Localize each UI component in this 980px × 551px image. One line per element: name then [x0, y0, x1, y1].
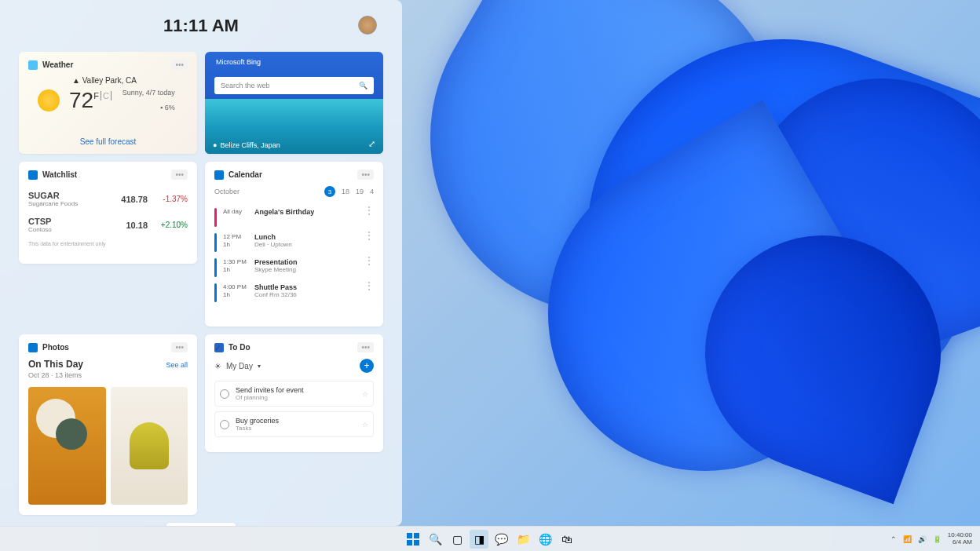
calendar-tabs[interactable]: October 318194: [214, 186, 374, 197]
stock-row[interactable]: CTSPContoso 10.18 +2.10%: [28, 212, 188, 238]
todo-icon: ✓: [214, 343, 224, 352]
more-icon[interactable]: ⋮: [364, 233, 374, 238]
weather-forecast-link[interactable]: See full forecast: [28, 137, 188, 146]
todo-list-name[interactable]: My Day: [226, 362, 253, 370]
search-icon[interactable]: 🔍: [359, 82, 368, 89]
more-icon[interactable]: •••: [357, 170, 374, 180]
todo-checkbox[interactable]: [220, 389, 229, 399]
panel-time: 11:11 AM: [163, 16, 239, 36]
more-icon[interactable]: •••: [357, 342, 374, 352]
svg-rect-2: [407, 540, 412, 546]
weather-icon: [28, 60, 38, 70]
start-button[interactable]: [404, 530, 422, 549]
stocks-icon: [28, 170, 38, 180]
weather-details: Sunny, 4/7 today ▪ 6%: [122, 88, 175, 112]
todo-checkbox[interactable]: [220, 420, 229, 429]
photo-thumbnail[interactable]: [111, 387, 188, 505]
todo-item[interactable]: Send invites for eventOf planning ☆: [214, 381, 374, 407]
photos-icon: [28, 343, 38, 352]
star-icon[interactable]: ☆: [362, 390, 368, 398]
watchlist-title: Watchlist: [42, 170, 77, 179]
edge-button[interactable]: 🌐: [536, 530, 554, 549]
expand-icon[interactable]: ⤢: [368, 139, 375, 149]
photos-see-all-link[interactable]: See all: [166, 361, 188, 369]
more-icon[interactable]: •••: [171, 342, 188, 352]
user-avatar[interactable]: [358, 16, 377, 35]
svg-rect-0: [407, 533, 412, 538]
calendar-event[interactable]: 1:30 PM1h PresentationSkype Meeting ⋮: [214, 255, 374, 280]
bing-title: Microsoft Bing: [216, 58, 261, 66]
svg-rect-3: [414, 540, 419, 546]
weather-title: Weather: [42, 60, 73, 69]
calendar-event[interactable]: 12 PM1h LunchDeli · Uptown ⋮: [214, 230, 374, 255]
system-clock[interactable]: 10:40:00 6/4 AM: [948, 532, 972, 546]
todo-list-icon: ☀: [214, 362, 221, 370]
calendar-event[interactable]: 4:00 PM1h Shuttle PassConf Rm 32/36 ⋮: [214, 280, 374, 305]
weather-location: ▲ Valley Park, CA: [72, 76, 188, 85]
explorer-button[interactable]: 📁: [514, 530, 532, 549]
volume-icon[interactable]: 🔊: [918, 535, 927, 543]
bing-widget[interactable]: Microsoft Bing Search the web 🔍 ● Belize…: [205, 52, 383, 154]
widgets-button[interactable]: ◨: [470, 530, 488, 549]
todo-widget[interactable]: ✓ To Do ••• ☀ My Day ▾ + Send invites fo…: [205, 334, 383, 452]
photos-sub: Oct 28 · 13 items: [28, 371, 83, 379]
photos-widget[interactable]: Photos ••• On This Day Oct 28 · 13 items…: [19, 334, 197, 515]
task-view-button[interactable]: ▢: [448, 530, 466, 549]
search-button[interactable]: 🔍: [426, 530, 444, 549]
sun-icon: [38, 89, 60, 111]
chevron-up-icon[interactable]: ⌃: [890, 535, 897, 543]
todo-add-button[interactable]: +: [360, 359, 374, 373]
more-icon[interactable]: •••: [171, 170, 188, 180]
more-icon[interactable]: ⋮: [364, 258, 374, 263]
watchlist-widget[interactable]: Watchlist ••• SUGARSugarcane Foods 418.7…: [19, 162, 197, 264]
widgets-panel: 11:11 AM Weather ••• ▲ Valley Park, CA 7…: [0, 0, 402, 526]
stock-row[interactable]: SUGARSugarcane Foods 418.78 -1.37%: [28, 186, 188, 212]
todo-item[interactable]: Buy groceriesTasks ☆: [214, 411, 374, 437]
taskbar: 🔍 ▢ ◨ 💬 📁 🌐 🛍 ⌃ 📶 🔊 🔋 10:40:00 6/4 AM: [0, 526, 980, 551]
photo-thumbnail[interactable]: [28, 387, 106, 505]
bing-caption: ● Belize Cliffs, Japan: [213, 141, 280, 149]
calendar-icon: [214, 170, 224, 180]
todo-title: To Do: [229, 343, 250, 352]
calendar-title: Calendar: [229, 170, 262, 179]
weather-temp: 72 F C: [69, 88, 113, 113]
chat-button[interactable]: 💬: [492, 530, 510, 549]
more-icon[interactable]: ⋮: [364, 208, 374, 213]
photos-title: Photos: [42, 343, 69, 352]
store-button[interactable]: 🛍: [558, 530, 576, 549]
more-icon[interactable]: ⋮: [364, 283, 374, 288]
calendar-widget[interactable]: Calendar ••• October 318194 All day Ange…: [205, 162, 383, 327]
bing-search-input[interactable]: Search the web 🔍: [214, 77, 374, 94]
stocks-disclaimer: This data for entertainment only: [28, 241, 188, 246]
svg-rect-1: [414, 533, 419, 538]
weather-widget[interactable]: Weather ••• ▲ Valley Park, CA 72 F C Sun…: [19, 52, 197, 154]
battery-icon[interactable]: 🔋: [933, 535, 942, 543]
calendar-event[interactable]: All day Angela's Birthday ⋮: [214, 205, 374, 230]
photos-heading: On This Day: [28, 359, 83, 370]
wifi-icon[interactable]: 📶: [903, 535, 912, 543]
star-icon[interactable]: ☆: [362, 421, 368, 429]
more-icon[interactable]: •••: [171, 60, 188, 70]
